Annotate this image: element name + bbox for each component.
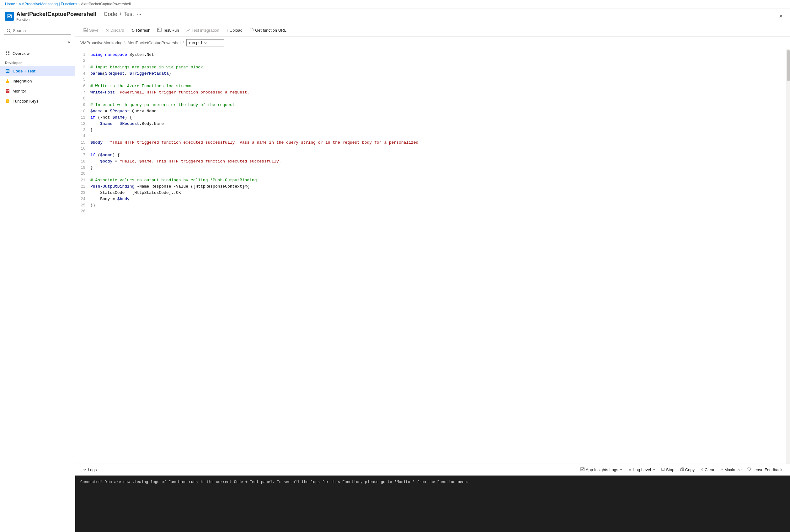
code-line-23: 23 StatusCode = [HttpStatusCode]::OK — [75, 190, 790, 196]
code-line-11: 11 if (-not $name) { — [75, 114, 790, 121]
clear-button[interactable]: ✕ Clear — [698, 466, 717, 473]
refresh-label: Refresh — [136, 28, 151, 33]
code-line-22: 22 Push-OutputBinding -Name Response -Va… — [75, 184, 790, 190]
chevron-down-icon — [83, 468, 87, 472]
stop-label: Stop — [666, 468, 675, 472]
search-box[interactable] — [4, 27, 71, 35]
title-bar: AlertPacketCaptuePowershell | Code + Tes… — [0, 8, 790, 24]
editor-scrollbar[interactable] — [786, 49, 790, 463]
sidebar-item-code-test[interactable]: Code + Test — [0, 66, 75, 76]
svg-rect-3 — [8, 52, 10, 53]
copy-label: Copy — [685, 468, 695, 472]
path-part1: VMProactiveMonitoring — [80, 40, 123, 45]
test-integration-icon — [186, 27, 190, 33]
sidebar-item-monitor[interactable]: Monitor — [0, 86, 75, 96]
app-insights-icon — [580, 467, 584, 472]
upload-button[interactable]: ↑ Upload — [223, 26, 246, 35]
code-line-16: 16 — [75, 146, 790, 152]
test-integration-button[interactable]: Test integration — [183, 26, 223, 35]
code-line-2: 2 — [75, 58, 790, 64]
maximize-button[interactable]: ↗ Maximize — [717, 466, 744, 473]
discard-button[interactable]: ✕ Discard — [102, 26, 127, 35]
discard-icon: ✕ — [106, 28, 109, 33]
breadcrumb-sep1: › — [16, 2, 18, 6]
code-line-8: 8 — [75, 96, 790, 102]
code-line-19: 19 } — [75, 165, 790, 171]
code-line-3: 3 # Input bindings are passed in via par… — [75, 64, 790, 71]
logs-content[interactable]: Connected! You are now viewing logs of F… — [75, 476, 790, 532]
code-line-21: 21 # Associate values to output bindings… — [75, 177, 790, 184]
sidebar: « Overview Developer Code + Test Integ — [0, 24, 75, 532]
breadcrumb-home[interactable]: Home — [5, 2, 15, 6]
refresh-button[interactable]: ↻ Refresh — [128, 26, 154, 35]
editor-scrollbar-thumb[interactable] — [787, 50, 790, 81]
stop-icon — [661, 468, 665, 472]
page-subtitle: Code + Test — [104, 11, 134, 18]
overview-label: Overview — [13, 51, 30, 56]
path-part2: AlertPacketCaptuePowershell — [127, 40, 181, 45]
integration-label: Integration — [13, 79, 32, 83]
svg-text:🔑: 🔑 — [6, 99, 10, 103]
sidebar-search-area — [0, 24, 75, 37]
svg-rect-19 — [680, 469, 683, 471]
refresh-icon: ↻ — [131, 28, 135, 33]
log-level-label: Log Level — [633, 468, 651, 472]
get-url-label: Get function URL — [255, 28, 286, 33]
sidebar-item-overview[interactable]: Overview — [0, 48, 75, 58]
get-url-button[interactable]: Get function URL — [246, 26, 289, 35]
stop-button[interactable]: Stop — [659, 466, 677, 473]
overview-icon — [5, 51, 10, 56]
sidebar-item-integration[interactable]: Integration — [0, 76, 75, 86]
code-line-13: 13 } — [75, 127, 790, 133]
clear-icon: ✕ — [700, 468, 703, 472]
code-line-26: 26 — [75, 209, 790, 215]
search-input[interactable] — [13, 28, 69, 33]
maximize-label: Maximize — [725, 468, 742, 472]
get-url-icon — [249, 27, 254, 33]
app-icon — [5, 12, 14, 21]
code-line-14: 14 — [75, 133, 790, 139]
app-insights-chevron — [619, 468, 622, 471]
logs-toolbar: Logs App Insights Logs Log Level — [75, 464, 790, 476]
function-label: Function — [16, 18, 141, 21]
code-editor-container[interactable]: 1 using namespace System.Net 2 3 # Input… — [75, 49, 790, 463]
app-insights-button[interactable]: App Insights Logs — [578, 466, 625, 473]
logs-text: Connected! You are now viewing logs of F… — [80, 480, 469, 484]
copy-button[interactable]: Copy — [678, 466, 697, 473]
toolbar: Save ✕ Discard ↻ Refresh Test/Run Test — [75, 24, 790, 37]
log-level-button[interactable]: Log Level — [626, 466, 658, 473]
ellipsis-menu[interactable]: ··· — [137, 12, 141, 17]
logs-panel: Logs App Insights Logs Log Level — [75, 463, 790, 532]
copy-icon — [680, 468, 684, 472]
upload-label: Upload — [230, 28, 243, 33]
code-line-10: 10 $name = $Request.Query.Name — [75, 108, 790, 114]
save-icon — [83, 27, 88, 33]
code-line-15: 15 $body = "This HTTP triggered function… — [75, 139, 790, 146]
test-run-icon — [157, 27, 162, 33]
file-dropdown[interactable]: run.ps1 — [186, 39, 224, 46]
breadcrumb-current: AlertPacketCaptuePowershell — [81, 2, 131, 6]
sidebar-item-function-keys[interactable]: 🔑 Function Keys — [0, 96, 75, 106]
upload-icon: ↑ — [226, 28, 228, 33]
breadcrumb-monitoring[interactable]: VMProactiveMonitoring | Functions — [19, 2, 77, 6]
code-line-9: 9 # Interact with query parameters or th… — [75, 102, 790, 108]
file-path-bar: VMProactiveMonitoring \ AlertPacketCaptu… — [75, 37, 790, 49]
close-button[interactable]: ✕ — [776, 12, 785, 21]
svg-rect-4 — [6, 54, 7, 55]
code-line-5: 5 — [75, 77, 790, 83]
logs-title[interactable]: Logs — [80, 466, 99, 473]
function-name: AlertPacketCaptuePowershell — [16, 11, 96, 18]
test-run-button[interactable]: Test/Run — [154, 26, 182, 35]
integration-icon — [5, 78, 10, 83]
sidebar-nav: Overview Developer Code + Test Integrati… — [0, 47, 75, 532]
save-button[interactable]: Save — [80, 26, 102, 35]
save-label: Save — [89, 28, 98, 33]
code-line-12: 12 $name = $Request.Body.Name — [75, 121, 790, 127]
sidebar-collapse-button[interactable]: « — [66, 38, 73, 46]
svg-marker-7 — [6, 79, 10, 83]
log-level-chevron — [652, 468, 655, 471]
feedback-label: Leave Feedback — [752, 468, 783, 472]
function-keys-icon: 🔑 — [5, 98, 10, 103]
code-test-label: Code + Test — [13, 69, 35, 73]
feedback-button[interactable]: Leave Feedback — [745, 466, 785, 473]
